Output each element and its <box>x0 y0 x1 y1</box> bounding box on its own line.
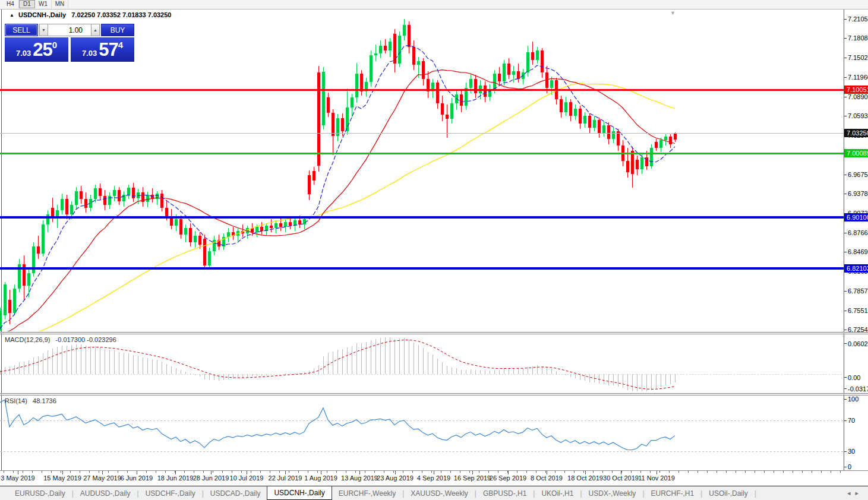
time-minor-tick <box>583 471 584 473</box>
rsi-pane[interactable] <box>0 395 844 470</box>
volume-decrease-button[interactable]: ▼ <box>39 24 48 36</box>
sell-price-big: 25 <box>33 37 52 62</box>
time-axis-label: 6 Jun 2019 <box>121 474 153 482</box>
time-minor-tick <box>42 471 42 473</box>
time-minor-tick <box>156 471 156 473</box>
time-minor-tick <box>51 471 52 473</box>
time-minor-tick <box>374 471 375 473</box>
time-minor-tick <box>631 471 632 473</box>
time-minor-tick <box>821 471 822 473</box>
time-minor-tick <box>431 471 432 473</box>
level-price-label[interactable]: 6.82103 <box>844 264 868 273</box>
time-minor-tick <box>574 471 575 473</box>
chart-tab-usdcad-daily[interactable]: USDCAD-,Daily <box>204 486 267 500</box>
time-minor-tick <box>213 471 213 473</box>
time-axis-label: 26 Sep 2019 <box>490 474 526 482</box>
time-axis-label: 15 May 2019 <box>43 474 81 482</box>
price-tick <box>844 19 847 20</box>
time-minor-tick <box>251 471 251 473</box>
time-minor-tick <box>99 471 99 473</box>
time-minor-tick <box>840 471 841 473</box>
sell-price-display[interactable]: 7.03 25 0 <box>5 37 68 62</box>
buy-price-display[interactable]: 7.03 57 4 <box>71 37 134 62</box>
buy-button[interactable]: BUY <box>101 24 134 36</box>
macd-main-value: -0.017300 <box>56 336 86 343</box>
time-minor-tick <box>70 471 71 473</box>
time-minor-tick <box>612 471 613 473</box>
time-minor-tick <box>89 471 90 473</box>
timeframe-button-mn[interactable]: MN <box>52 0 68 8</box>
time-minor-tick <box>327 471 327 473</box>
timeframe-button-w1[interactable]: W1 <box>35 0 52 8</box>
macd-tick-label: 0.00 <box>848 374 860 381</box>
price-tick-label: 7.21050 <box>848 15 868 23</box>
price-tick <box>844 58 847 58</box>
time-axis-label: 28 Jun 2019 <box>193 474 229 482</box>
chart-title: ▲ USDCNH-,Daily 7.02250 7.03352 7.01833 … <box>10 11 171 18</box>
price-tick-label: 7.08900 <box>848 93 868 100</box>
chart-tab-eurchf-h1[interactable]: EURCHF-,H1 <box>645 486 701 500</box>
time-minor-tick <box>812 471 812 473</box>
time-minor-tick <box>279 471 280 473</box>
time-minor-tick <box>479 471 479 473</box>
price-tick <box>844 291 847 292</box>
chart-tab-xauusd-weekly[interactable]: XAUUSD-,Weekly <box>404 486 474 500</box>
time-minor-tick <box>403 471 403 473</box>
chart-shift-marker-icon[interactable]: ▼ <box>670 10 676 16</box>
time-minor-tick <box>260 471 261 473</box>
symbol-collapse-icon[interactable]: ▲ <box>10 12 14 18</box>
time-axis-label: 1 Aug 2019 <box>304 474 337 482</box>
rsi-tick <box>844 420 847 421</box>
time-minor-tick <box>764 471 765 473</box>
time-minor-tick <box>203 471 204 473</box>
time-axis-label: 18 Jun 2019 <box>157 474 194 482</box>
chart-tab-usdcnh-daily[interactable]: USDCNH-,Daily <box>267 486 332 500</box>
time-minor-tick <box>108 471 109 473</box>
rsi-tick <box>844 399 847 400</box>
time-axis-label: 23 Aug 2019 <box>377 474 414 482</box>
level-price-label[interactable]: 7.10051 <box>844 86 868 94</box>
time-axis-label: 30 Oct 2019 <box>603 474 639 482</box>
timeframe-button-h4[interactable]: H4 <box>2 0 19 8</box>
sell-button[interactable]: SELL <box>5 24 38 36</box>
macd-pane[interactable] <box>0 334 844 393</box>
timeframe-button-d1[interactable]: D1 <box>19 0 35 8</box>
tab-scroll-arrows[interactable]: ◂▸ <box>847 489 863 497</box>
time-minor-tick <box>564 471 565 473</box>
time-axis-label: 3 May 2019 <box>1 474 34 482</box>
time-minor-tick <box>61 471 61 473</box>
sell-price-sup: 0 <box>52 40 57 50</box>
macd-tick <box>844 388 847 389</box>
chart-tab-usdx-weekly[interactable]: USDX-,Weekly <box>582 486 643 500</box>
macd-tick-label: -0.031725 <box>848 385 868 393</box>
rsi-tick-label: 100 <box>848 395 858 403</box>
macd-tick-label: 0.060273 <box>848 340 868 347</box>
chart-tab-eurchf-weekly[interactable]: EURCHF-,Weekly <box>332 486 402 500</box>
level-price-label[interactable]: 6.90100 <box>844 213 868 221</box>
time-minor-tick <box>298 471 299 473</box>
chart-tab-audusd-daily[interactable]: AUDUSD-,Daily <box>74 486 137 500</box>
chart-tab-usdchf-daily[interactable]: USDCHF-,Daily <box>139 486 202 500</box>
volume-input[interactable] <box>48 24 91 36</box>
level-price-label[interactable]: 7.00089 <box>844 149 868 157</box>
tab-separator: | <box>755 486 756 500</box>
chart-tab-usoil-daily[interactable]: USOil-,Daily <box>702 486 754 500</box>
time-minor-tick <box>365 471 365 473</box>
time-minor-tick <box>736 471 736 473</box>
time-axis-label: 10 Jul 2019 <box>230 474 264 482</box>
time-minor-tick <box>127 471 128 473</box>
time-minor-tick <box>498 471 498 473</box>
chart-tab-gbpusd-h1[interactable]: GBPUSD-,H1 <box>476 486 533 500</box>
chart-tab-eurusd-daily[interactable]: EURUSD-,Daily <box>8 486 72 500</box>
time-minor-tick <box>412 471 413 473</box>
tab-scroll-right-icon[interactable]: ▸ <box>855 489 863 496</box>
macd-label-row: MACD(12,26,9) -0.017300 -0.023296 <box>5 336 116 343</box>
time-minor-tick <box>650 471 651 473</box>
price-tick <box>844 252 847 252</box>
time-minor-tick <box>460 471 460 473</box>
chart-tab-ukoil-h1[interactable]: UKOil-,H1 <box>535 486 580 500</box>
tab-scroll-left-icon[interactable]: ◂ <box>847 489 856 496</box>
volume-increase-button[interactable]: ▲ <box>91 24 100 36</box>
time-minor-tick <box>146 471 147 473</box>
time-minor-tick <box>184 471 185 473</box>
